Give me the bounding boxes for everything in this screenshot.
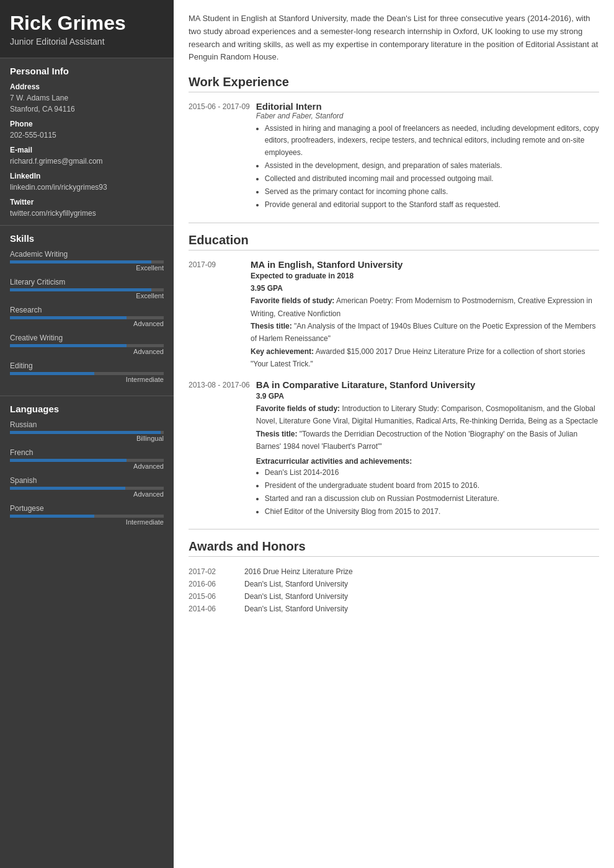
skill-item: Creative Writing Advanced	[10, 334, 164, 355]
skill-name: Creative Writing	[10, 334, 164, 342]
bullet: Collected and distributed incoming mail …	[265, 173, 599, 185]
language-level: Advanced	[10, 463, 164, 470]
skill-item: Research Advanced	[10, 306, 164, 327]
language-level: Billingual	[10, 435, 164, 442]
language-bar-container	[10, 515, 164, 518]
skill-bar-fill	[10, 344, 127, 347]
languages-list: Russian Billingual French Advanced Spani…	[10, 420, 164, 526]
divider-awards	[189, 529, 599, 529]
extracurricular-list: Dean's List 2014-2016President of the un…	[256, 467, 599, 518]
linkedin-value: linkedin.com/in/rickygrimes93	[10, 182, 164, 193]
education-entry: 2013-08 - 2017-06 BA in Comparative Lita…	[189, 379, 599, 520]
skill-bar-container	[10, 260, 164, 264]
language-level: Advanced	[10, 490, 164, 498]
language-item: Russian Billingual	[10, 420, 164, 442]
edu-content: BA in Comparative Litarature, Stanford U…	[256, 379, 599, 520]
award-row: 2016-06 Dean's List, Stanford University	[189, 578, 599, 590]
awards-table: 2017-02 2016 Drue Heinz Literature Prize…	[189, 565, 599, 615]
education-entries: 2017-09 MA in English, Stanford Universi…	[189, 259, 599, 520]
graduate-note: Expected to graduate in 2018	[251, 270, 599, 282]
skill-level: Excellent	[10, 264, 164, 272]
education-entry: 2017-09 MA in English, Stanford Universi…	[189, 259, 599, 371]
edu-title: BA in Comparative Litarature, Stanford U…	[256, 379, 599, 390]
work-entries: 2015-06 - 2017-09 Editorial Intern Faber…	[189, 101, 599, 212]
award-title: Dean's List, Stanford University	[244, 603, 599, 615]
language-item: Spanish Advanced	[10, 476, 164, 498]
main-content: MA Student in English at Stanford Univer…	[174, 0, 614, 868]
skill-bar-container	[10, 316, 164, 319]
award-row: 2014-06 Dean's List, Stanford University	[189, 603, 599, 615]
sidebar-header: Rick Grimes Junior Editorial Assistant	[0, 0, 174, 58]
skill-level: Excellent	[10, 292, 164, 299]
personal-info-section: Personal Info Address 7 W. Adams Lane St…	[0, 58, 174, 225]
skills-section: Skills Academic Writing Excellent Litera…	[0, 225, 174, 396]
entry-subtitle: Faber and Faber, Stanford	[256, 112, 599, 120]
language-level: Intermediate	[10, 518, 164, 526]
language-bar-container	[10, 487, 164, 490]
awards-body: 2017-02 2016 Drue Heinz Literature Prize…	[189, 565, 599, 615]
skill-bar-container	[10, 288, 164, 291]
language-bar-fill	[10, 459, 127, 462]
entry-bullets: Assisted in hiring and managing a pool o…	[256, 123, 599, 211]
language-bar-fill	[10, 515, 94, 518]
awards-title: Awards and Honors	[189, 539, 599, 557]
phone-value: 202-555-0115	[10, 130, 164, 141]
email-value: richard.f.grimes@gmail.com	[10, 156, 164, 167]
edu-date: 2013-08 - 2017-06	[189, 379, 250, 520]
work-entry: 2015-06 - 2017-09 Editorial Intern Faber…	[189, 101, 599, 212]
languages-title: Languages	[10, 404, 164, 414]
skill-name: Literary Criticism	[10, 278, 164, 286]
bullet: Assisted in the development, design, and…	[265, 160, 599, 172]
language-bar-fill	[10, 431, 161, 434]
skills-list: Academic Writing Excellent Literary Crit…	[10, 250, 164, 383]
edu-content: MA in English, Stanford University Expec…	[251, 259, 599, 371]
extracurricular-bullet: Chief Editor of the University Blog from…	[265, 506, 599, 518]
fields: Favorite fields of study: Introduction t…	[256, 402, 599, 428]
language-name: Portugese	[10, 504, 164, 513]
entry-date: 2015-06 - 2017-09	[189, 101, 250, 212]
language-bar-container	[10, 459, 164, 462]
language-name: Spanish	[10, 476, 164, 485]
bullet: Provide general and editorial support to…	[265, 199, 599, 211]
skill-name: Academic Writing	[10, 250, 164, 259]
extracurricular-bullet: President of the undergraduate student b…	[265, 480, 599, 492]
award-row: 2015-06 Dean's List, Stanford University	[189, 590, 599, 603]
languages-section: Languages Russian Billingual French Adva…	[0, 396, 174, 538]
entry-title: Editorial Intern	[256, 101, 599, 112]
skill-level: Advanced	[10, 348, 164, 355]
award-row: 2017-02 2016 Drue Heinz Literature Prize	[189, 565, 599, 578]
language-name: French	[10, 448, 164, 457]
award-title: 2016 Drue Heinz Literature Prize	[244, 565, 599, 578]
personal-info-title: Personal Info	[10, 66, 164, 76]
achievement: Key achievement: Awarded $15,000 2017 Dr…	[251, 345, 599, 371]
address-line1: 7 W. Adams Lane	[10, 92, 164, 104]
gpa: 3.9 GPA	[256, 390, 599, 402]
bullet: Served as the primary contact for incomi…	[265, 186, 599, 198]
language-item: Portugese Intermediate	[10, 504, 164, 526]
email-label: E-mail	[10, 146, 164, 154]
gpa: 3.95 GPA	[251, 282, 599, 294]
award-title: Dean's List, Stanford University	[244, 578, 599, 590]
skill-bar-fill	[10, 260, 151, 264]
skill-bar-fill	[10, 372, 94, 375]
skill-item: Editing Intermediate	[10, 361, 164, 383]
skill-item: Academic Writing Excellent	[10, 250, 164, 272]
skill-name: Editing	[10, 361, 164, 370]
thesis: Thesis title: "An Analysis of the Impact…	[251, 320, 599, 345]
address-label: Address	[10, 82, 164, 91]
twitter-label: Twitter	[10, 198, 164, 206]
bullet: Assisted in hiring and managing a pool o…	[265, 123, 599, 159]
edu-date: 2017-09	[189, 259, 244, 371]
extracurricular-bullet: Started and ran a discussion club on Rus…	[265, 493, 599, 505]
candidate-title: Junior Editorial Assistant	[10, 37, 164, 46]
award-title: Dean's List, Stanford University	[244, 590, 599, 603]
address-line2: Stanford, CA 94116	[10, 104, 164, 115]
extracurricular-bullet: Dean's List 2014-2016	[265, 467, 599, 479]
candidate-name: Rick Grimes	[10, 12, 164, 34]
entry-content: Editorial Intern Faber and Faber, Stanfo…	[256, 101, 599, 212]
thesis: Thesis title: "Towards the Derridian Dec…	[256, 428, 599, 453]
award-date: 2016-06	[189, 578, 244, 590]
skill-level: Intermediate	[10, 376, 164, 383]
language-bar-fill	[10, 487, 125, 490]
work-experience-title: Work Experience	[189, 75, 599, 92]
